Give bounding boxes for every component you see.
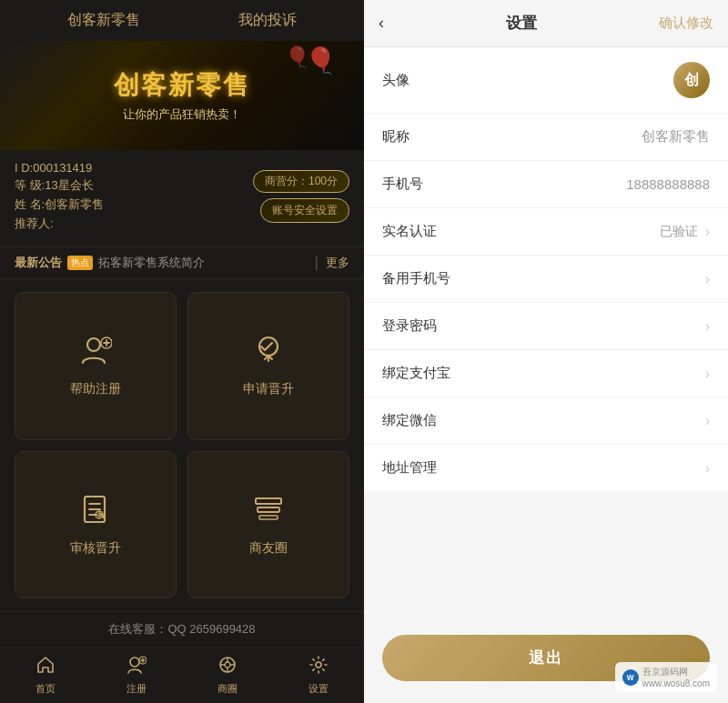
svg-rect-7 xyxy=(259,516,278,519)
wechat-arrow-icon: › xyxy=(705,413,710,429)
notice-more-link[interactable]: 更多 xyxy=(326,255,349,271)
notice-hot-badge: 热点 xyxy=(67,256,93,270)
settings-icon xyxy=(308,655,329,680)
score-badge: 商营分：100分 xyxy=(253,170,349,193)
settings-value-phone: 18888888888 xyxy=(626,176,710,192)
settings-value-address: › xyxy=(705,460,710,477)
menu-item-help-register[interactable]: 帮助注册 xyxy=(15,292,177,440)
menu-item-apply-upgrade[interactable]: 申请晋升 xyxy=(187,292,349,440)
realname-arrow-icon: › xyxy=(705,224,710,240)
complaint-link[interactable]: 我的投诉 xyxy=(238,11,297,30)
menu-item-review-upgrade[interactable]: 审核晋升 xyxy=(15,451,177,599)
nav-circle-label: 商圈 xyxy=(217,682,238,696)
settings-value-nickname: 创客新零售 xyxy=(642,128,710,146)
backup-phone-arrow-icon: › xyxy=(705,271,710,287)
service-bar: 在线客服：QQ 2659699428 xyxy=(0,611,364,647)
right-panel: ‹ 设置 确认修改 头像 创 昵称 创客新零售 手机号 xyxy=(364,0,728,703)
user-name: 姓 名:创客新零售 xyxy=(15,196,253,213)
settings-row-password[interactable]: 登录密码 › xyxy=(364,303,728,350)
menu-item-business-circle[interactable]: 商友圈 xyxy=(187,451,349,599)
settings-row-nickname[interactable]: 昵称 创客新零售 xyxy=(364,114,728,161)
settings-key-backup-phone: 备用手机号 xyxy=(382,270,450,287)
settings-key-phone: 手机号 xyxy=(382,176,423,193)
banner-subtitle: 让你的产品狂销热卖！ xyxy=(114,106,250,123)
nav-register-label: 注册 xyxy=(126,682,147,696)
settings-row-realname[interactable]: 实名认证 已验证 › xyxy=(364,208,728,256)
service-text: 在线客服：QQ 2659699428 xyxy=(108,622,255,636)
menu-label-business-circle: 商友圈 xyxy=(249,540,288,557)
logout-section: 退出 xyxy=(364,613,728,703)
settings-key-realname: 实名认证 xyxy=(382,223,437,240)
settings-row-phone[interactable]: 手机号 18888888888 xyxy=(364,161,728,208)
settings-row-alipay[interactable]: 绑定支付宝 › xyxy=(364,350,728,397)
avatar: 创 xyxy=(673,62,710,98)
svg-point-11 xyxy=(225,662,230,668)
settings-list: 头像 创 昵称 创客新零售 手机号 18888888888 xyxy=(364,47,728,613)
right-title: 设置 xyxy=(506,13,537,34)
left-panel: 创客新零售 我的投诉 🎈 🎈 创客新零售 让你的产品狂销热卖！ I D:0001… xyxy=(0,0,364,703)
help-register-icon xyxy=(79,334,112,374)
review-upgrade-icon xyxy=(79,493,112,533)
user-actions: 商营分：100分 账号安全设置 xyxy=(253,170,349,223)
svg-point-16 xyxy=(316,662,321,668)
user-details: I D:000131419 等 级:13星会长 姓 名:创客新零售 推荐人: xyxy=(15,161,253,232)
notice-divider: | xyxy=(315,255,318,271)
nav-settings[interactable]: 设置 xyxy=(273,648,364,703)
confirm-button[interactable]: 确认修改 xyxy=(659,15,713,32)
svg-rect-6 xyxy=(258,507,279,512)
alipay-arrow-icon: › xyxy=(705,366,710,382)
settings-value-realname: 已验证 › xyxy=(660,224,710,240)
user-info: I D:000131419 等 级:13星会长 姓 名:创客新零售 推荐人: 商… xyxy=(0,150,364,247)
password-arrow-icon: › xyxy=(705,318,710,335)
settings-value-backup-phone: › xyxy=(705,271,710,287)
nav-home-label: 首页 xyxy=(35,682,56,696)
register-icon xyxy=(126,655,147,680)
nav-home[interactable]: 首页 xyxy=(0,648,91,703)
settings-row-avatar[interactable]: 头像 创 xyxy=(364,47,728,114)
nav-circle[interactable]: 商圈 xyxy=(182,648,273,703)
menu-label-help-register: 帮助注册 xyxy=(70,381,121,397)
banner-content: 创客新零售 让你的产品狂销热卖！ xyxy=(114,68,250,123)
user-id: I D:000131419 xyxy=(15,161,253,175)
logout-button[interactable]: 退出 xyxy=(382,635,710,681)
svg-rect-5 xyxy=(256,498,281,504)
user-level: 等 级:13星会长 xyxy=(15,177,253,194)
settings-row-address[interactable]: 地址管理 › xyxy=(364,445,728,491)
nav-register[interactable]: 注册 xyxy=(91,648,182,703)
settings-key-password: 登录密码 xyxy=(382,317,437,335)
back-button[interactable]: ‹ xyxy=(379,14,384,33)
nav-settings-label: 设置 xyxy=(308,682,329,696)
app-name: 创客新零售 xyxy=(67,11,140,30)
menu-label-apply-upgrade: 申请晋升 xyxy=(243,381,294,397)
banner-title: 创客新零售 xyxy=(114,68,250,103)
svg-point-8 xyxy=(130,658,139,667)
account-security-button[interactable]: 账号安全设置 xyxy=(260,198,349,223)
menu-label-review-upgrade: 审核晋升 xyxy=(70,540,121,557)
bottom-nav: 首页 注册 xyxy=(0,647,364,703)
settings-value-avatar: 创 xyxy=(673,62,710,98)
right-header: ‹ 设置 确认修改 xyxy=(364,0,728,47)
settings-key-alipay: 绑定支付宝 xyxy=(382,365,450,382)
settings-row-wechat[interactable]: 绑定微信 › xyxy=(364,397,728,445)
settings-row-backup-phone[interactable]: 备用手机号 › xyxy=(364,256,728,303)
settings-value-password: › xyxy=(705,318,710,335)
menu-grid: 帮助注册 申请晋升 xyxy=(0,279,364,611)
settings-key-address: 地址管理 xyxy=(382,459,437,477)
banner: 🎈 🎈 创客新零售 让你的产品狂销热卖！ xyxy=(0,41,364,150)
notice-label: 最新公告 xyxy=(15,255,62,271)
phone-value: 18888888888 xyxy=(626,176,710,192)
settings-section: 头像 创 昵称 创客新零售 手机号 18888888888 xyxy=(364,47,728,491)
user-referrer: 推荐人: xyxy=(15,216,253,232)
address-arrow-icon: › xyxy=(705,460,710,477)
settings-key-avatar: 头像 xyxy=(382,72,410,89)
home-icon xyxy=(35,655,56,680)
settings-value-alipay: › xyxy=(705,366,710,382)
balloon-deco: 🎈 xyxy=(305,45,337,75)
circle-icon xyxy=(217,655,238,680)
left-header: 创客新零售 我的投诉 xyxy=(0,0,364,41)
settings-key-wechat: 绑定微信 xyxy=(382,412,437,429)
apply-upgrade-icon xyxy=(252,334,285,374)
settings-key-nickname: 昵称 xyxy=(382,128,410,146)
notice-bar: 最新公告 热点 拓客新零售系统简介 | 更多 xyxy=(0,247,364,279)
nickname-value: 创客新零售 xyxy=(642,128,710,146)
